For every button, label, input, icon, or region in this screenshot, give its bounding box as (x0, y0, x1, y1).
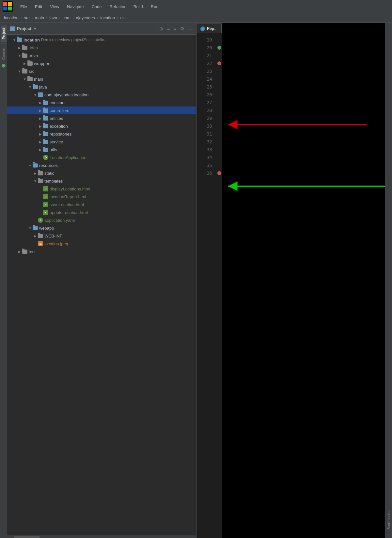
tree-item-templates[interactable]: templates (7, 177, 196, 185)
display-locations-label: displayLocations.html (50, 187, 90, 191)
minimize-icon[interactable]: — (188, 25, 194, 32)
mvn-folder-icon (22, 54, 27, 58)
tree-item-resources[interactable]: resources (7, 161, 196, 169)
tree-item-entities[interactable]: entities (7, 114, 196, 122)
tree-item-utils[interactable]: utils (7, 146, 196, 154)
gutter-26 (216, 91, 223, 99)
breadcrumb-com[interactable]: com (63, 15, 71, 20)
settings-icon[interactable]: ⚙ (180, 25, 185, 32)
src-label: src (29, 69, 34, 74)
menu-run[interactable]: Run (148, 3, 162, 10)
tree-item-service[interactable]: service (7, 138, 196, 146)
arrow-web-inf (33, 234, 37, 238)
panel-dropdown-arrow[interactable]: ▼ (33, 27, 37, 31)
java-label: java (39, 85, 47, 90)
gutter-31 (216, 130, 223, 138)
line-24: 24 (196, 75, 212, 83)
line-19: 19 (196, 36, 212, 44)
repositories-label: repositories (50, 132, 71, 137)
tree-item-display-locations[interactable]: H displayLocations.html (7, 185, 196, 193)
menu-file[interactable]: File (17, 3, 30, 10)
location-report-label: locationReport.html (50, 194, 86, 199)
commit-tab-label[interactable]: Commit (1, 45, 7, 62)
breadcrumb-src[interactable]: src (24, 15, 29, 20)
menu-edit[interactable]: Edit (32, 3, 45, 10)
gutter-35 (216, 161, 223, 169)
menu-code[interactable]: Code (88, 3, 105, 10)
arrow-entities (39, 117, 42, 120)
gutter-22 (216, 59, 223, 67)
tree-item-main[interactable]: main (7, 75, 196, 83)
tree-item-static[interactable]: static (7, 169, 196, 177)
bookmarks-label[interactable]: Bookmarks (386, 510, 392, 531)
breadcrumb-location[interactable]: location (4, 15, 19, 20)
src-folder-icon (22, 69, 27, 73)
line-26: 26 (196, 91, 212, 99)
tree-item-app-yaml[interactable]: ⚙ application.yaml (7, 216, 196, 224)
menu-view[interactable]: View (47, 3, 62, 10)
panel-scrollbar[interactable] (7, 535, 196, 538)
breadcrumb-ajaycodes[interactable]: ajaycodes (76, 15, 95, 20)
arrow-package (33, 93, 37, 97)
tree-item-repositories[interactable]: repositories (7, 130, 196, 138)
line-36: 36 (196, 169, 212, 177)
svg-rect-3 (3, 7, 7, 10)
tree-item-location-report[interactable]: H locationReport.html (7, 193, 196, 201)
breadcrumb-java[interactable]: java (49, 15, 57, 20)
gutter-29 (216, 114, 223, 122)
tree-item-save-location[interactable]: H saveLocation.html (7, 201, 196, 208)
mvn-label: .mvn (29, 53, 38, 58)
tree-item-web-inf[interactable]: WEB-INF (7, 232, 196, 240)
panel-toolbar: Project ▼ ⊕ ≡ ≡ ⚙ — (7, 23, 196, 35)
tree-item-update-location[interactable]: H updateLocation.html (7, 208, 196, 216)
menu-bar: File Edit View Navigate Code Refactor Bu… (0, 0, 392, 13)
line-32: 32 (196, 138, 212, 146)
menu-navigate[interactable]: Navigate (64, 3, 87, 10)
tree-item-src[interactable]: src (7, 67, 196, 75)
project-tab-label[interactable]: Project (1, 25, 7, 42)
arrow-test (18, 250, 22, 253)
line-numbers: 19 20 21 22 23 24 25 26 27 28 29 30 31 3… (196, 33, 216, 180)
tree-item-root[interactable]: location D:\microservices-project2\ultim… (7, 36, 196, 44)
collapse-icon[interactable]: ≡ (166, 25, 170, 32)
arrow-java (28, 85, 32, 89)
gutter-27 (216, 99, 223, 106)
main-label: main (34, 77, 43, 82)
line-22: 22 (196, 59, 212, 67)
templates-folder-icon (38, 179, 43, 183)
tree-item-controllers[interactable]: controllers (7, 106, 196, 114)
location-app-label: LocationApplication (50, 155, 86, 160)
app-logo (3, 1, 13, 12)
tree-item-mvn[interactable]: .mvn (7, 52, 196, 59)
breadcrumb-main[interactable]: main (35, 15, 44, 20)
update-location-label: updateLocation.html (50, 210, 88, 215)
arrow-main (23, 77, 27, 81)
tree-item-constant[interactable]: constant (7, 99, 196, 106)
tree-item-exception[interactable]: exception (7, 122, 196, 130)
tree-item-location-app[interactable]: ⚙ LocationApplication (7, 154, 196, 161)
expand-icon[interactable]: ≡ (173, 25, 177, 32)
gutter-dot-red-36 (217, 171, 221, 175)
utils-folder-icon (43, 148, 48, 152)
line-29: 29 (196, 114, 212, 122)
breadcrumb-location2[interactable]: location (100, 15, 115, 20)
tab-rep[interactable]: C Rep... (196, 24, 222, 33)
tree-view[interactable]: location D:\microservices-project2\ultim… (7, 35, 196, 535)
tree-item-test[interactable]: test (7, 248, 196, 255)
tree-item-idea[interactable]: .idea (7, 44, 196, 52)
breadcrumb-ut[interactable]: ut... (120, 15, 128, 20)
tree-item-webapp[interactable]: webapp (7, 224, 196, 232)
tree-item-location-jpeg[interactable]: 🖼 location.jpeg (7, 240, 196, 248)
arrow-service (39, 140, 42, 144)
menu-build[interactable]: Build (130, 3, 146, 10)
gutter-23 (216, 67, 223, 75)
save-location-label: saveLocation.html (50, 202, 84, 207)
tree-item-wrapper[interactable]: wrapper (7, 59, 196, 67)
tree-item-package[interactable]: P com.ajaycodes.location (7, 91, 196, 99)
arrow-mvn (18, 54, 22, 57)
menu-refactor[interactable]: Refactor (106, 3, 129, 10)
locate-icon[interactable]: ⊕ (159, 25, 164, 32)
gutter-20 (216, 44, 223, 52)
wrapper-label: wrapper (34, 61, 49, 66)
tree-item-java[interactable]: java (7, 83, 196, 91)
